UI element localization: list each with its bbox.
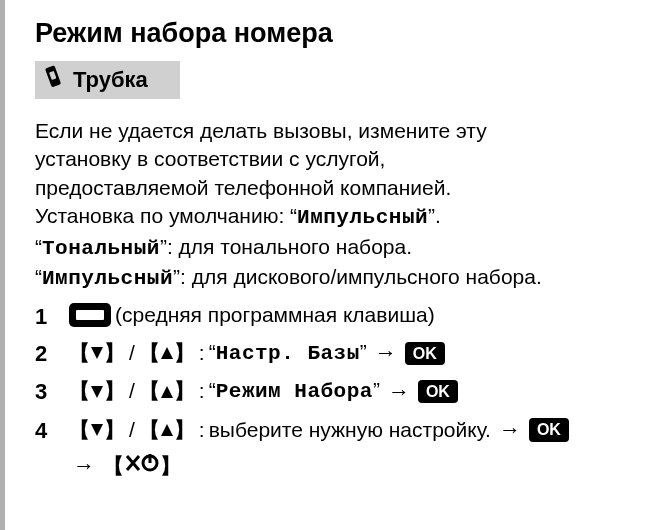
select-text: выберите нужную настройку.	[209, 414, 491, 447]
intro-line: установку в соответствии с услугой,	[35, 145, 636, 173]
step-body: (средняя программная клавиша)	[69, 299, 636, 332]
nav-down-key: 【】	[69, 337, 125, 370]
pulse-desc: : для дискового/импульсного набора.	[180, 265, 542, 288]
slash: /	[129, 337, 135, 370]
step-body: 【】/【】: “Режим Набора” → OK	[69, 374, 636, 409]
default-prefix: Установка по умолчанию: “	[35, 204, 297, 227]
ok-button-icon: OK	[418, 380, 458, 403]
step-row: 2 【】/【】: “Настр. Базы” → OK	[35, 336, 636, 371]
page-title: Режим набора номера	[35, 15, 636, 51]
softkey-desc: (средняя программная клавиша)	[115, 299, 435, 332]
intro-text: Если не удается делать вызовы, измените …	[35, 117, 636, 293]
nav-up-key: 【】	[139, 337, 195, 370]
step-row: 1 (средняя программная клавиша)	[35, 299, 636, 332]
nav-up-key: 【】	[139, 375, 195, 408]
steps-list: 1 (средняя программная клавиша) 2 【】/【】:…	[35, 299, 636, 481]
step-body: 【】/【】: “Настр. Базы” → OK	[69, 336, 636, 371]
tone-line: “Тональный”: для тонального набора.	[35, 233, 636, 263]
arrow-icon: →	[73, 451, 95, 481]
ok-button-icon: OK	[405, 342, 445, 365]
menu-item: “Настр. Базы”	[209, 336, 367, 371]
pulse-label: Импульсный	[42, 267, 173, 290]
intro-line: Если не удается делать вызовы, измените …	[35, 117, 636, 145]
tone-desc: : для тонального набора.	[167, 235, 412, 258]
arrow-icon: →	[388, 375, 410, 409]
menu-softkey-icon	[69, 303, 111, 327]
default-line: Установка по умолчанию: “Импульсный”.	[35, 202, 636, 232]
step-row: 4 【】/【】: выберите нужную настройку. → OK	[35, 413, 636, 447]
nav-up-key: 【】	[139, 414, 195, 447]
step-number: 3	[35, 374, 69, 407]
slash: /	[129, 375, 135, 408]
default-suffix: ”.	[428, 204, 441, 227]
menu-item: “Режим Набора”	[209, 374, 380, 409]
step-number: 1	[35, 299, 69, 332]
step-4-continuation: → 【 】	[35, 451, 636, 481]
arrow-icon: →	[499, 413, 521, 447]
intro-line: предоставляемой телефонной компанией.	[35, 174, 636, 202]
step-row: 3 【】/【】: “Режим Набора” → OK	[35, 374, 636, 409]
nav-down-key: 【】	[69, 375, 125, 408]
default-value: Импульсный	[297, 206, 428, 229]
handset-label: Трубка	[73, 65, 148, 95]
pulse-line: “Импульсный”: для дискового/импульсного …	[35, 263, 636, 293]
handset-bar: Трубка	[35, 61, 180, 99]
arrow-icon: →	[375, 336, 397, 370]
step-body: 【】/【】: выберите нужную настройку. → OK	[69, 413, 636, 447]
tone-label: Тональный	[42, 237, 160, 260]
power-off-key: 【 】	[103, 452, 181, 480]
colon: :	[199, 414, 205, 447]
ok-button-icon: OK	[529, 418, 569, 441]
colon: :	[199, 337, 205, 370]
step-number: 2	[35, 336, 69, 369]
slash: /	[129, 414, 135, 447]
handset-icon	[43, 65, 65, 95]
step-number: 4	[35, 413, 69, 446]
colon: :	[199, 375, 205, 408]
nav-down-key: 【】	[69, 414, 125, 447]
